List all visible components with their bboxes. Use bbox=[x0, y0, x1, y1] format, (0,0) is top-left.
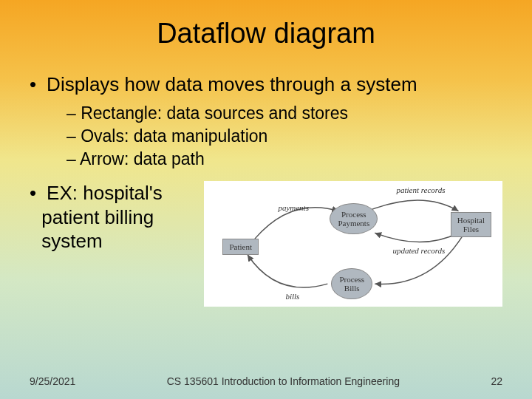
example-row: •EX: hospital's • patient billing • syst… bbox=[30, 181, 502, 307]
edge-updated-records: updated records bbox=[392, 246, 445, 255]
sub-bullet-3: Arrow: data path bbox=[66, 148, 502, 171]
node-hospital-files: Hospital Files bbox=[451, 212, 491, 237]
example-text: •EX: hospital's • patient billing • syst… bbox=[30, 181, 197, 253]
sub-bullet-2: Ovals: data manipulation bbox=[66, 125, 502, 148]
node-process-bills: Process Bills bbox=[331, 268, 372, 299]
footer: 9/25/2021 CS 135601 Introduction to Info… bbox=[0, 375, 532, 387]
node-process-payments: Process Payments bbox=[330, 203, 378, 234]
dataflow-diagram: Patient Hospital Files Process Payments … bbox=[204, 181, 502, 307]
edge-bills: bills bbox=[285, 292, 299, 301]
sub-bullet-1: Rectangle: data sources and stores bbox=[66, 102, 502, 125]
edge-payments: payments bbox=[278, 203, 309, 212]
footer-page: 22 bbox=[491, 375, 502, 387]
ex-line2: patient billing bbox=[41, 206, 154, 228]
slide-title: Dataflow diagram bbox=[0, 0, 532, 64]
footer-course: CS 135601 Introduction to Information En… bbox=[167, 375, 400, 387]
node-patient: Patient bbox=[222, 239, 259, 255]
ex-line1: EX: hospital's bbox=[47, 182, 163, 204]
bullet-main-1: • Displays how data moves through a syst… bbox=[30, 73, 502, 96]
bullet-main-1-text: Displays how data moves through a system bbox=[47, 73, 417, 96]
bullet-dot: • bbox=[30, 73, 36, 96]
ex-line3: system bbox=[41, 230, 102, 252]
sub-bullets: Rectangle: data sources and stores Ovals… bbox=[30, 102, 502, 171]
edge-patient-records: patient records bbox=[396, 185, 445, 194]
footer-date: 9/25/2021 bbox=[30, 375, 75, 387]
bullet-dot: • bbox=[30, 182, 36, 204]
content-area: • Displays how data moves through a syst… bbox=[0, 73, 532, 307]
